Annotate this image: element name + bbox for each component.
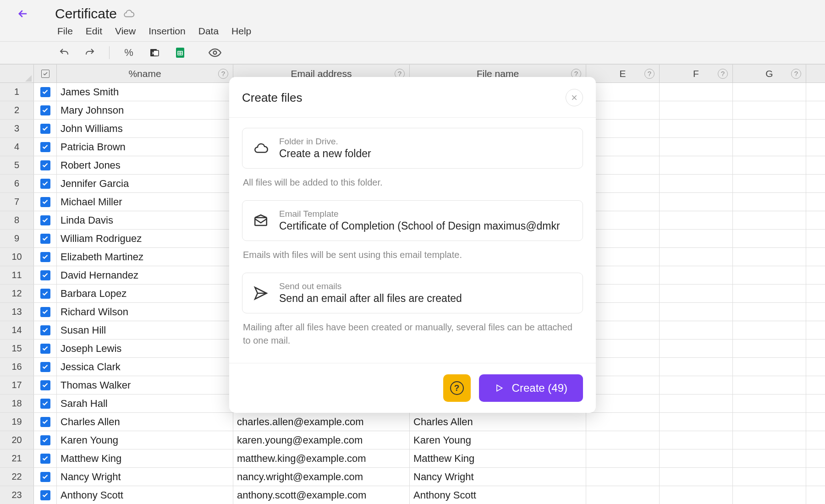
cell-name[interactable]: Richard Wilson — [57, 303, 233, 321]
cell-empty[interactable] — [660, 156, 733, 174]
cell-empty[interactable] — [660, 211, 733, 229]
cell-name[interactable]: Linda Davis — [57, 211, 233, 229]
cell-empty[interactable] — [660, 449, 733, 467]
percent-button[interactable]: % — [122, 46, 135, 59]
cell-name[interactable]: Sarah Hall — [57, 394, 233, 412]
cell-empty[interactable] — [660, 285, 733, 302]
row-checkbox-cell[interactable] — [34, 468, 57, 486]
cell-empty[interactable] — [660, 431, 733, 449]
row-header[interactable]: 22 — [0, 468, 34, 486]
redo-button[interactable] — [83, 46, 96, 59]
cell-empty[interactable] — [733, 230, 806, 247]
cell-file[interactable]: Charles Allen — [410, 413, 586, 431]
cell-file[interactable]: Karen Young — [410, 431, 586, 449]
cell-empty[interactable] — [733, 248, 806, 266]
cell-empty[interactable] — [733, 468, 806, 486]
cell-name[interactable]: Nancy Wright — [57, 468, 233, 486]
cell-empty[interactable] — [733, 303, 806, 321]
cell-empty[interactable] — [733, 101, 806, 119]
cell-email[interactable]: anthony.scott@example.com — [233, 486, 410, 504]
row-checkbox-cell[interactable] — [34, 156, 57, 174]
cell-empty[interactable] — [660, 303, 733, 321]
row-checkbox-cell[interactable] — [34, 285, 57, 302]
cell-email[interactable]: nancy.wright@example.com — [233, 468, 410, 486]
cell-name[interactable]: Matthew King — [57, 449, 233, 467]
back-button[interactable] — [14, 5, 32, 23]
cell-empty[interactable] — [660, 468, 733, 486]
cell-empty[interactable] — [586, 138, 660, 156]
row-header[interactable]: 11 — [0, 266, 34, 284]
cell-name[interactable]: James Smith — [57, 83, 233, 101]
cell-empty[interactable] — [660, 321, 733, 339]
cell-empty[interactable] — [586, 211, 660, 229]
row-checkbox-cell[interactable] — [34, 358, 57, 376]
row-header[interactable]: 17 — [0, 376, 34, 394]
row-checkbox-cell[interactable] — [34, 175, 57, 192]
cell-empty[interactable] — [586, 449, 660, 467]
menu-data[interactable]: Data — [198, 26, 219, 37]
excel-export-icon[interactable]: X — [148, 46, 161, 59]
cell-name[interactable]: Jennifer Garcia — [57, 175, 233, 192]
row-header[interactable]: 10 — [0, 248, 34, 266]
menu-insertion[interactable]: Insertion — [148, 26, 186, 37]
cell-empty[interactable] — [660, 101, 733, 119]
cell-empty[interactable] — [660, 486, 733, 504]
cell-name[interactable]: Karen Young — [57, 431, 233, 449]
cell-email[interactable]: charles.allen@example.com — [233, 413, 410, 431]
cell-empty[interactable] — [660, 138, 733, 156]
row-header[interactable]: 7 — [0, 193, 34, 211]
row-checkbox-cell[interactable] — [34, 101, 57, 119]
cell-empty[interactable] — [660, 340, 733, 357]
cell-empty[interactable] — [660, 175, 733, 192]
document-title[interactable]: Certificate — [55, 6, 117, 22]
row-header[interactable]: 13 — [0, 303, 34, 321]
cell-empty[interactable] — [660, 358, 733, 376]
row-checkbox-cell[interactable] — [34, 431, 57, 449]
cell-email[interactable]: karen.young@example.com — [233, 431, 410, 449]
cell-empty[interactable] — [733, 83, 806, 101]
cell-name[interactable]: David Hernandez — [57, 266, 233, 284]
cell-name[interactable]: Mary Johnson — [57, 101, 233, 119]
column-header-name[interactable]: %name ? — [57, 65, 233, 82]
cell-empty[interactable] — [733, 266, 806, 284]
google-sheets-icon[interactable] — [174, 46, 187, 59]
cell-empty[interactable] — [733, 394, 806, 412]
row-checkbox-cell[interactable] — [34, 376, 57, 394]
cell-empty[interactable] — [660, 83, 733, 101]
cell-empty[interactable] — [586, 340, 660, 357]
modal-close-button[interactable] — [566, 89, 583, 106]
cell-empty[interactable] — [733, 376, 806, 394]
cell-name[interactable]: William Rodriguez — [57, 230, 233, 247]
row-checkbox-cell[interactable] — [34, 138, 57, 156]
create-button[interactable]: Create (49) — [479, 374, 583, 402]
cell-file[interactable]: Matthew King — [410, 449, 586, 467]
cell-empty[interactable] — [660, 248, 733, 266]
row-header[interactable]: 14 — [0, 321, 34, 339]
cell-empty[interactable] — [586, 193, 660, 211]
column-header-g[interactable]: G ? — [733, 65, 806, 82]
cell-empty[interactable] — [733, 138, 806, 156]
cell-empty[interactable] — [733, 175, 806, 192]
cell-empty[interactable] — [586, 376, 660, 394]
row-checkbox-cell[interactable] — [34, 211, 57, 229]
cell-empty[interactable] — [733, 321, 806, 339]
cell-empty[interactable] — [733, 193, 806, 211]
row-header[interactable]: 1 — [0, 83, 34, 101]
cell-empty[interactable] — [586, 156, 660, 174]
row-checkbox-cell[interactable] — [34, 248, 57, 266]
help-button[interactable]: ? — [443, 374, 471, 402]
cell-empty[interactable] — [733, 156, 806, 174]
cell-name[interactable]: Thomas Walker — [57, 376, 233, 394]
cell-empty[interactable] — [586, 468, 660, 486]
cell-name[interactable]: Elizabeth Martinez — [57, 248, 233, 266]
row-checkbox-cell[interactable] — [34, 193, 57, 211]
cell-empty[interactable] — [586, 248, 660, 266]
cell-empty[interactable] — [660, 266, 733, 284]
cell-empty[interactable] — [733, 431, 806, 449]
row-header[interactable]: 6 — [0, 175, 34, 192]
cell-name[interactable]: Jessica Clark — [57, 358, 233, 376]
cell-empty[interactable] — [586, 394, 660, 412]
row-header[interactable]: 19 — [0, 413, 34, 431]
row-checkbox-cell[interactable] — [34, 303, 57, 321]
cell-empty[interactable] — [660, 193, 733, 211]
